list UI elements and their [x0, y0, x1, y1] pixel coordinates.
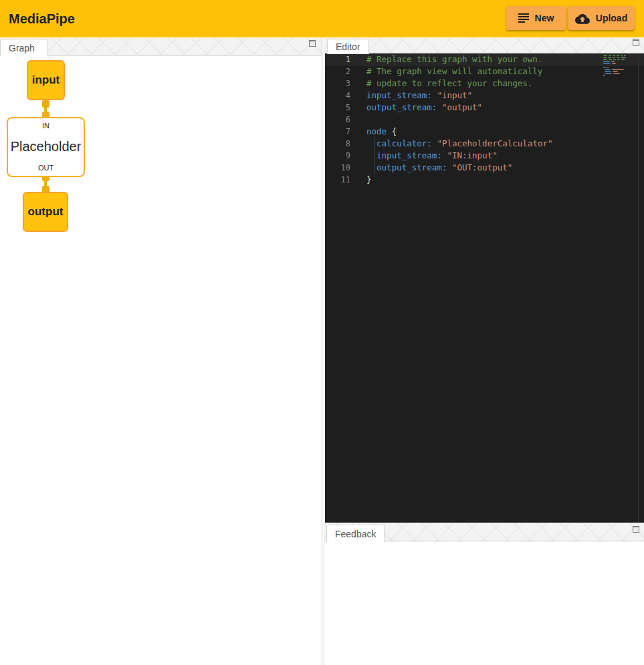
- tab-feedback[interactable]: Feedback: [326, 525, 385, 542]
- code-text: input_stream: "IN:input": [350, 150, 498, 162]
- cloud-upload-icon: [575, 13, 590, 24]
- placeholder-out-label: OUT: [38, 164, 53, 172]
- new-button-label: New: [535, 13, 554, 23]
- code-text: # Replace this graph with your own.: [350, 53, 542, 65]
- list-icon: [518, 13, 529, 23]
- code-text: output_stream: "output": [350, 102, 482, 114]
- graph-node-input-label: input: [32, 74, 60, 87]
- feedback-content: [324, 541, 644, 665]
- code-line[interactable]: 8 calculator: "PlaceholderCalculator": [325, 138, 644, 150]
- code-text: # The graph view will automatically: [350, 65, 542, 78]
- overview-ruler[interactable]: [638, 53, 639, 523]
- code-line[interactable]: 1# Replace this graph with your own.: [325, 53, 644, 65]
- new-button[interactable]: New: [506, 6, 566, 30]
- line-number: 8: [325, 138, 350, 150]
- code-line[interactable]: 10 output_stream: "OUT:output": [325, 162, 644, 174]
- tab-graph-label: Graph: [9, 43, 35, 53]
- code-line[interactable]: 6: [325, 114, 644, 126]
- upload-button[interactable]: Upload: [568, 6, 635, 30]
- app-title: MediaPipe: [9, 0, 75, 37]
- code-line[interactable]: 9 input_stream: "IN:input": [325, 150, 644, 162]
- tab-feedback-label: Feedback: [335, 529, 376, 539]
- app-header: MediaPipe New Upload: [0, 0, 644, 37]
- line-number: 7: [325, 126, 350, 138]
- line-number: 2: [325, 65, 350, 78]
- graph-node-output-label: output: [28, 205, 64, 219]
- line-number: 10: [325, 162, 350, 174]
- code-line[interactable]: 7node {: [325, 126, 644, 138]
- line-number: 11: [325, 174, 350, 186]
- maximize-icon-graph[interactable]: [309, 40, 316, 47]
- upload-button-label: Upload: [596, 13, 627, 23]
- placeholder-in-label: IN: [42, 122, 49, 130]
- maximize-icon-editor[interactable]: [633, 39, 639, 46]
- editor-minimap[interactable]: [603, 55, 627, 77]
- code-text: node {: [350, 126, 397, 138]
- code-text: # update to reflect your changes.: [350, 78, 532, 90]
- graph-tabstrip: [0, 38, 322, 55]
- code-editor[interactable]: 1# Replace this graph with your own.2# T…: [325, 53, 644, 523]
- code-line[interactable]: 4input_stream: "input": [325, 90, 644, 102]
- code-lines[interactable]: 1# Replace this graph with your own.2# T…: [325, 53, 644, 186]
- panel-divider[interactable]: [322, 37, 322, 665]
- code-line[interactable]: 2# The graph view will automatically: [325, 65, 644, 78]
- tab-graph[interactable]: Graph: [0, 39, 48, 56]
- indent-guide: [374, 138, 375, 174]
- code-text: [350, 114, 366, 126]
- graph-node-output[interactable]: output: [23, 192, 68, 232]
- line-number: 6: [325, 114, 350, 126]
- line-number: 5: [325, 102, 350, 114]
- tab-editor[interactable]: Editor: [327, 39, 369, 54]
- code-text: input_stream: "input": [350, 90, 472, 102]
- line-number: 4: [325, 90, 350, 102]
- code-text: calculator: "PlaceholderCalculator": [350, 138, 552, 150]
- code-line[interactable]: 11}: [325, 174, 644, 186]
- placeholder-title: Placeholder: [11, 139, 82, 154]
- graph-canvas[interactable]: input IN Placeholder OUT output: [0, 55, 322, 665]
- code-line[interactable]: 5output_stream: "output": [325, 102, 644, 114]
- line-number: 1: [325, 53, 350, 65]
- graph-node-input[interactable]: input: [27, 60, 65, 100]
- code-text: }: [350, 174, 372, 186]
- line-number: 9: [325, 150, 350, 162]
- port-input-out[interactable]: [42, 100, 49, 108]
- maximize-icon-feedback[interactable]: [633, 526, 639, 533]
- graph-node-placeholder[interactable]: IN Placeholder OUT: [7, 117, 85, 177]
- code-line[interactable]: 3# update to reflect your changes.: [325, 78, 644, 90]
- tab-editor-label: Editor: [336, 41, 360, 52]
- line-number: 3: [325, 78, 350, 90]
- editor-tabstrip: [324, 38, 644, 53]
